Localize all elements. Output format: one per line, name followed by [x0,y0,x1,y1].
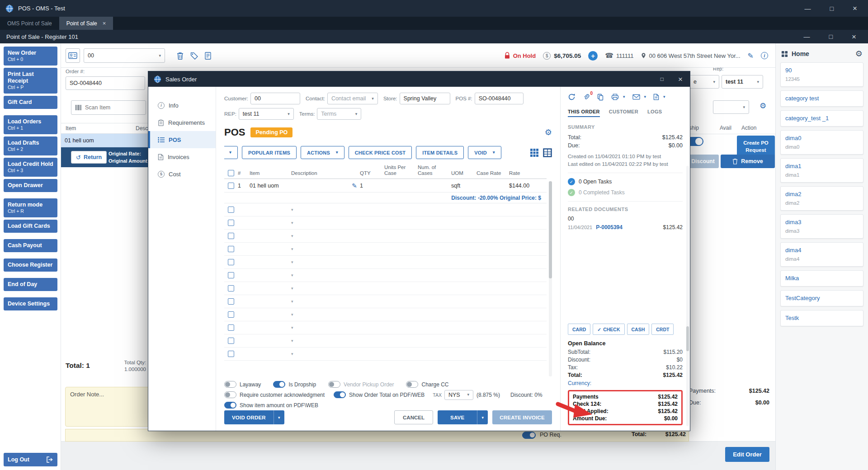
close-icon[interactable]: × [678,75,683,83]
pay-check-button[interactable]: ✓CHECK [593,324,624,335]
sidebar-item-open-drawer[interactable]: Open Drawer [4,179,57,192]
store-input[interactable] [400,93,450,104]
row-checkbox[interactable] [228,338,234,344]
attachments-paperclip-icon[interactable]: 0 [583,94,590,101]
restore-icon[interactable]: □ [830,5,834,12]
save-button[interactable]: SAVE [438,410,477,424]
discount-button[interactable]: Discount [687,155,719,168]
nav-item-requirements[interactable]: Requirements [148,114,216,131]
create-invoice-button[interactable]: CREATE INVOICE [492,410,552,424]
po-req-toggle[interactable] [522,432,536,439]
panel-scrollbar[interactable] [686,166,689,426]
tax-dropdown[interactable]: NYS▾ [444,390,473,400]
minimize-icon[interactable]: — [805,5,811,12]
customer-select[interactable]: ▾ [84,48,165,63]
table-row-empty[interactable]: ▾ [224,282,547,295]
void-order-button[interactable]: VOID ORDER [224,410,274,424]
tab-logs[interactable]: LOGS [647,109,662,117]
restore-icon[interactable]: □ [829,33,833,40]
customer-input[interactable] [88,49,146,62]
logout-button[interactable]: Log Out [4,453,57,466]
grid-settings-gear-icon[interactable]: ⚙ [760,102,766,110]
actions-button[interactable]: ACTIONS▾ [301,146,344,159]
sidebar-item-load-credit-hold[interactable]: Load Credit HoldCtrl + 3 [4,158,57,177]
table-row-empty[interactable]: ▾ [224,216,547,230]
receipt-notes-icon[interactable] [205,52,211,60]
item-select-caret-icon[interactable]: ▾ [291,299,293,304]
return-button[interactable]: ↺ Return [71,151,107,164]
item-select-caret-icon[interactable]: ▾ [291,286,293,291]
category-card[interactable]: dima0dima0 [780,130,863,155]
sidebar-item-print-last-receipt[interactable]: Print Last ReceiptCtrl + P [4,68,57,94]
contact-dropdown[interactable]: Contact email▾ [327,93,378,104]
print-dropdown[interactable]: ▾ [611,94,625,100]
pos-settings-gear-icon[interactable]: ⚙ [545,128,552,136]
sync-icon[interactable] [568,93,576,101]
row-checkbox[interactable] [228,233,234,239]
layaway-toggle[interactable] [224,381,236,388]
category-card[interactable]: dima2dima2 [780,186,863,211]
table-row-empty[interactable]: ▾ [224,295,547,308]
category-card[interactable]: Milka [780,270,863,287]
currency-link[interactable]: Currency: [568,380,683,386]
sidebar-item-cash-payout[interactable]: Cash Payout [4,239,57,252]
item-select-caret-icon[interactable]: ▾ [291,312,293,317]
table-view-icon[interactable] [543,148,552,157]
tab-point-of-sale[interactable]: Point of Sale × [59,17,113,30]
table-scrollbar-thumb[interactable] [549,181,552,278]
vendor-pickup-toggle[interactable] [328,381,340,388]
sidebar-item-gift-card[interactable]: Gift Card [4,96,57,109]
row-checkbox[interactable] [228,183,234,189]
info-icon[interactable]: i [761,52,768,59]
nav-item-invoices[interactable]: Invoices [148,148,216,165]
remove-button[interactable]: Remove [721,155,775,168]
sidebar-item-load-drafts[interactable]: Load DraftsCtrl + 2 [4,136,57,155]
terms-dropdown[interactable]: Terms▾ [317,108,361,120]
select-all-checkbox[interactable] [228,170,234,176]
item-select-caret-icon[interactable]: ▾ [291,247,293,251]
sidebar-item-device-settings[interactable]: Device Settings [4,297,57,310]
table-row-empty[interactable]: ▾ [224,243,547,256]
related-doc-link[interactable]: P-0005394 [596,224,623,230]
item-select-caret-icon[interactable]: ▾ [291,207,293,212]
row-checkbox[interactable] [228,285,234,291]
row-checkbox[interactable] [228,207,234,213]
minimize-icon[interactable]: — [804,33,810,40]
add-icon[interactable]: + [588,51,598,61]
close-icon[interactable]: × [852,33,856,41]
edit-description-pencil-icon[interactable]: ✎ [352,182,357,189]
row-checkbox[interactable] [228,246,234,252]
table-row-empty[interactable]: ▾ [224,230,547,243]
save-caret-icon[interactable]: ▾ [477,410,488,424]
category-card[interactable]: category test [780,90,863,107]
clipped-items-button[interactable]: s▾ [224,146,238,159]
item-select-caret-icon[interactable]: ▾ [291,221,293,225]
empty-dropdown[interactable]: ▾ [713,100,749,114]
sidebar-item-new-order[interactable]: New OrderCtrl + 0 [4,47,57,66]
void-button[interactable]: VOID▾ [468,146,501,159]
show-item-amount-toggle[interactable] [224,402,236,409]
panel-scrollbar-thumb[interactable] [686,326,689,351]
item-select-caret-icon[interactable]: ▾ [291,338,293,343]
table-row-empty[interactable]: ▾ [224,308,547,321]
scan-item-input[interactable] [85,101,135,114]
pay-cash-button[interactable]: CASH [627,324,650,335]
void-order-caret-icon[interactable]: ▾ [274,410,284,424]
close-icon[interactable]: × [853,5,857,12]
table-row-empty[interactable]: ▾ [224,269,547,282]
item-select-caret-icon[interactable]: ▾ [291,273,293,277]
show-order-total-toggle[interactable] [334,391,346,398]
table-row-empty[interactable]: ▾ [224,348,547,361]
row-checkbox[interactable] [228,311,234,318]
table-row-empty[interactable]: ▾ [224,334,547,348]
edit-order-button[interactable]: Edit Order [725,447,769,462]
pos-number-input[interactable] [475,93,524,104]
sidebar-item-load-gift-cards[interactable]: Load Gift Cards [4,220,57,233]
tab-close-icon[interactable]: × [103,20,106,27]
pay-card-button[interactable]: CARD [568,324,590,335]
charge-cc-toggle[interactable] [406,381,418,388]
tab-this-order[interactable]: THIS ORDER [568,109,600,117]
cancel-button[interactable]: CANCEL [394,410,433,424]
table-row-empty[interactable]: ▾ [224,256,547,269]
email-dropdown[interactable]: ▾ [632,94,646,100]
